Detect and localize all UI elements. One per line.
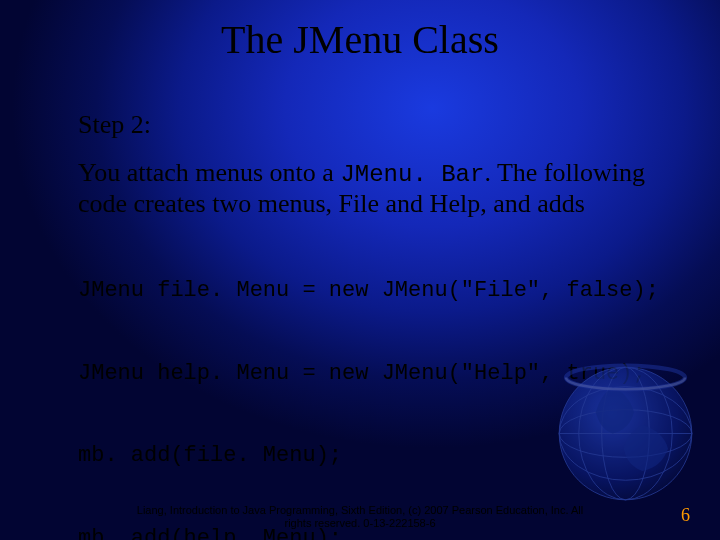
code-block: JMenu file. Menu = new JMenu("File", fal… <box>78 222 660 540</box>
code-line: JMenu file. Menu = new JMenu("File", fal… <box>78 277 660 305</box>
inline-code: JMenu. Bar <box>340 161 484 188</box>
slide-body: Step 2: You attach menus onto a JMenu. B… <box>78 110 660 540</box>
para-prefix: You attach menus onto a <box>78 158 340 187</box>
code-line: JMenu help. Menu = new JMenu("Help", tru… <box>78 360 660 388</box>
code-line: mb. add(file. Menu); <box>78 442 660 470</box>
slide: The JMenu Class Step 2: You attach menus… <box>0 0 720 540</box>
footer: Liang, Introduction to Java Programming,… <box>0 504 720 530</box>
step-label: Step 2: <box>78 110 660 140</box>
body-paragraph: You attach menus onto a JMenu. Bar. The … <box>78 158 660 218</box>
footer-line1: Liang, Introduction to Java Programming,… <box>137 504 583 516</box>
slide-title: The JMenu Class <box>0 16 720 63</box>
footer-line2: rights reserved. 0-13-222158-6 <box>284 517 435 529</box>
page-number: 6 <box>681 505 690 526</box>
